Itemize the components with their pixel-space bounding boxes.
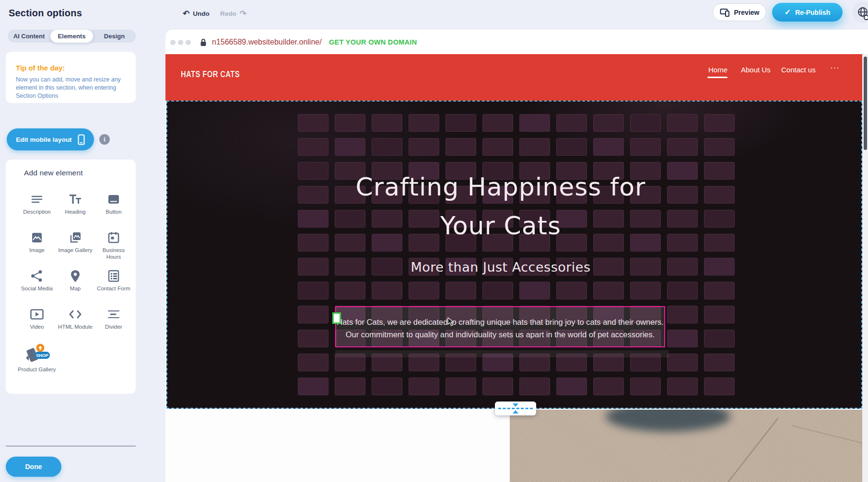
grid-tile [593, 138, 624, 156]
grid-tile [704, 330, 735, 347]
element-button[interactable]: Button [94, 192, 133, 215]
selected-text-element[interactable]: Hats for Cats, we are dedicated to craft… [335, 306, 665, 347]
section-resize-handle[interactable] [495, 402, 536, 415]
floor-photo [510, 410, 862, 482]
preview-button[interactable]: Preview [713, 3, 766, 21]
tip-body: Now you can add, move and resize any ele… [16, 76, 129, 100]
scrollbar-thumb[interactable] [864, 57, 867, 150]
tile-grout-line [792, 425, 862, 453]
undo-button[interactable]: ↶ Undo [183, 8, 210, 19]
grid-tile [482, 378, 513, 395]
product-gallery-icon: SHOP [18, 344, 56, 364]
grid-tile [556, 282, 587, 299]
site-logo[interactable]: HATS FOR CATS [181, 69, 240, 80]
republish-label: Re-Publish [795, 9, 830, 16]
heading-icon [56, 192, 94, 207]
undo-label: Undo [193, 10, 210, 17]
redo-button[interactable]: Redo ↷ [220, 8, 246, 19]
image-icon [18, 230, 56, 245]
grid-tile [482, 114, 513, 132]
map-pin-icon [56, 269, 94, 283]
grid-tile [593, 114, 624, 132]
tab-elements[interactable]: Elements [50, 30, 93, 43]
grid-tile [630, 282, 661, 299]
grid-tile [704, 354, 735, 371]
grid-tile [298, 330, 328, 347]
site-header [165, 54, 862, 101]
nav-more-button[interactable]: ··· [830, 63, 840, 73]
nav-contact-us[interactable]: Contact us [781, 66, 816, 74]
grid-tile [519, 114, 550, 132]
element-image-gallery[interactable]: Image Gallery [56, 230, 94, 253]
devices-icon [720, 8, 730, 17]
sidebar-tabs: AI Content Elements Design [8, 30, 136, 43]
arrow-down-icon [513, 403, 518, 407]
grid-tile [446, 114, 476, 132]
element-heading[interactable]: Heading [56, 192, 94, 215]
window-dot-3 [186, 40, 191, 45]
grid-tile [298, 114, 328, 132]
element-product-gallery[interactable]: SHOP Product Gallery [18, 344, 56, 373]
hero-section[interactable]: Crafting Happiness for Your Cats More th… [166, 101, 862, 409]
element-contact-form[interactable]: Contact Form [94, 269, 133, 292]
nav-about-us[interactable]: About Us [741, 66, 771, 74]
lock-icon [200, 38, 207, 48]
tile-grout-line [701, 418, 778, 482]
element-video[interactable]: Video [18, 307, 56, 330]
grid-tile [667, 330, 698, 347]
grid-tile [667, 114, 698, 132]
grid-tile [409, 114, 439, 132]
language-globe-button[interactable] [852, 1, 868, 23]
grid-tile [556, 114, 587, 132]
grid-tile [335, 138, 365, 156]
element-image[interactable]: Image [18, 230, 56, 253]
element-html-module[interactable]: HTML Module [56, 307, 94, 330]
divider-icon [94, 307, 133, 321]
nav-home[interactable]: Home [708, 66, 727, 74]
element-divider[interactable]: Divider [94, 307, 133, 330]
grid-tile [667, 306, 698, 323]
resize-dash-line [498, 408, 533, 409]
grid-tile [667, 282, 698, 299]
hero-heading[interactable]: Crafting Happiness for Your Cats [167, 168, 834, 245]
nav-home-underline [707, 77, 727, 78]
redo-label: Redo [220, 10, 236, 17]
undo-icon: ↶ [183, 10, 189, 18]
phone-icon [78, 134, 85, 145]
tab-design[interactable]: Design [93, 30, 136, 43]
grid-tile [482, 282, 513, 299]
grid-tile [556, 138, 587, 156]
grid-tile [298, 378, 328, 395]
selection-drag-handle[interactable] [332, 312, 341, 324]
calendar-icon [94, 230, 133, 245]
sidebar-divider [6, 446, 136, 447]
grid-tile [298, 354, 328, 371]
form-icon [94, 269, 133, 283]
get-domain-link[interactable]: GET YOUR OWN DOMAIN [329, 38, 417, 46]
edit-mobile-layout-button[interactable]: Edit mobile layout [7, 128, 94, 150]
page-title: Section options [9, 8, 82, 19]
grid-tile [482, 138, 513, 156]
info-icon[interactable]: i [99, 134, 110, 145]
hero-subheading[interactable]: More than Just Accessories [167, 260, 834, 275]
grid-tile [519, 378, 550, 395]
element-map[interactable]: Map [56, 269, 94, 292]
done-button[interactable]: Done [6, 457, 61, 477]
element-description[interactable]: Description [18, 192, 56, 215]
element-business-hours[interactable]: Business Hours [94, 230, 133, 260]
video-icon [18, 307, 56, 321]
grid-tile [335, 282, 365, 299]
edit-mobile-label: Edit mobile layout [16, 136, 71, 143]
add-element-panel: Add new element Description Heading Butt… [6, 160, 136, 394]
grid-tile [519, 282, 550, 299]
check-icon: ✓ [785, 8, 791, 17]
republish-button[interactable]: ✓ Re-Publish [772, 3, 843, 22]
description-icon [18, 192, 56, 207]
globe-badge [864, 15, 868, 20]
url-text[interactable]: n1566589.websitebuilder.online/ [212, 38, 322, 46]
grid-tile [446, 378, 476, 395]
grid-tile [372, 282, 402, 299]
element-social-media[interactable]: Social Media [18, 269, 56, 292]
next-section[interactable] [165, 409, 862, 482]
tab-ai-content[interactable]: AI Content [8, 30, 50, 43]
